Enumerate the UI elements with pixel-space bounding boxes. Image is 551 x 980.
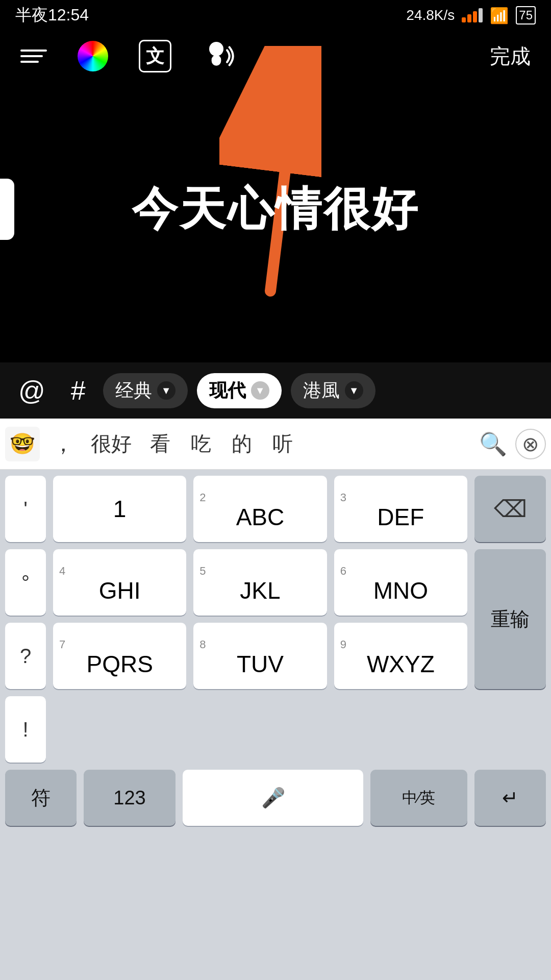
delete-prediction-icon[interactable]: ⊗	[515, 429, 546, 459]
toolbar: 文 完成	[0, 33, 551, 79]
font-chip-modern[interactable]: 现代 ▼	[197, 373, 282, 408]
editor-area[interactable]: 文 完成	[0, 0, 551, 419]
tts-icon[interactable]	[202, 38, 238, 74]
prediction-bar: 🤓 ， 很好 看 吃 的 听 🔍 ⊗	[0, 419, 551, 470]
key-mic[interactable]: 🎤	[183, 770, 363, 826]
color-wheel-icon[interactable]	[78, 41, 108, 71]
editor-text[interactable]: 今天心情很好	[132, 178, 419, 240]
key-1[interactable]: 1	[53, 476, 186, 542]
wifi-icon: 📶	[490, 7, 509, 24]
status-right: 24.8K/s 📶 75	[406, 6, 536, 24]
key-pqrs[interactable]: 7 PQRS	[53, 623, 186, 689]
svg-point-0	[209, 42, 223, 56]
key-abc[interactable]: 2 ABC	[193, 476, 327, 542]
hash-symbol[interactable]: #	[63, 375, 94, 406]
key-lang-switch[interactable]: 中⁄英	[370, 770, 467, 826]
at-symbol[interactable]: @	[10, 375, 54, 406]
pred-word-3[interactable]: 的	[222, 430, 263, 458]
pred-word-4[interactable]: 听	[263, 430, 304, 458]
key-return[interactable]: ↵	[474, 770, 546, 826]
emoji-suggestion[interactable]: 🤓	[5, 427, 40, 461]
left-slider[interactable]	[0, 179, 14, 240]
signal-bars-icon	[462, 8, 483, 22]
arrow-annotation	[219, 46, 321, 301]
key-mno[interactable]: 6 MNO	[334, 549, 467, 616]
key-tuv[interactable]: 8 TUV	[193, 623, 327, 689]
key-123[interactable]: 123	[84, 770, 176, 826]
font-chip-classic-down-icon[interactable]: ▼	[157, 381, 176, 400]
mic-icon: 🎤	[261, 787, 285, 809]
reenter-button[interactable]: 重输	[474, 549, 546, 689]
font-style-bar: @ # 经典 ▼ 现代 ▼ 港風 ▼	[0, 362, 551, 419]
search-icon[interactable]: 🔍	[471, 431, 515, 457]
menu-icon[interactable]	[20, 50, 47, 63]
key-apostrophe[interactable]: '	[5, 476, 46, 542]
svg-line-3	[270, 61, 298, 291]
font-chip-modern-label: 现代	[209, 378, 246, 403]
key-jkl[interactable]: 5 JKL	[193, 549, 327, 616]
translate-icon[interactable]: 文	[139, 40, 171, 72]
backspace-icon: ⌫	[494, 495, 527, 523]
battery-indicator: 75	[516, 6, 536, 24]
pred-word-0[interactable]: 很好	[82, 430, 141, 458]
svg-rect-1	[212, 55, 221, 66]
font-chip-hongkong-down-icon[interactable]: ▼	[345, 381, 363, 400]
font-chip-modern-down-icon[interactable]: ▼	[251, 381, 269, 400]
pred-comma[interactable]: ，	[45, 429, 82, 459]
keyboard: ' ° ? 1 2 ABC 3 DEF	[0, 470, 551, 980]
key-wxyz[interactable]: 9 WXYZ	[334, 623, 467, 689]
key-exclaim[interactable]: !	[5, 696, 46, 763]
network-speed: 24.8K/s	[406, 7, 455, 23]
key-question[interactable]: ?	[5, 623, 46, 689]
pred-word-1[interactable]: 看	[141, 430, 182, 458]
bottom-row: 符 123 🎤 中⁄英 ↵	[0, 770, 551, 826]
font-chip-classic-label: 经典	[115, 378, 152, 403]
font-chip-hongkong[interactable]: 港風 ▼	[291, 373, 375, 408]
done-button[interactable]: 完成	[490, 42, 531, 70]
key-ghi[interactable]: 4 GHI	[53, 549, 186, 616]
font-chip-hongkong-label: 港風	[303, 378, 340, 403]
key-def[interactable]: 3 DEF	[334, 476, 467, 542]
key-degree[interactable]: °	[5, 549, 46, 616]
status-time: 半夜12:54	[15, 4, 89, 27]
status-bar: 半夜12:54 24.8K/s 📶 75	[0, 0, 551, 31]
symbol-column: ' ° ?	[5, 476, 46, 689]
pred-word-2[interactable]: 吃	[182, 430, 222, 458]
font-chip-classic[interactable]: 经典 ▼	[103, 373, 188, 408]
backspace-button[interactable]: ⌫	[474, 476, 546, 542]
key-symbol[interactable]: 符	[5, 770, 77, 826]
